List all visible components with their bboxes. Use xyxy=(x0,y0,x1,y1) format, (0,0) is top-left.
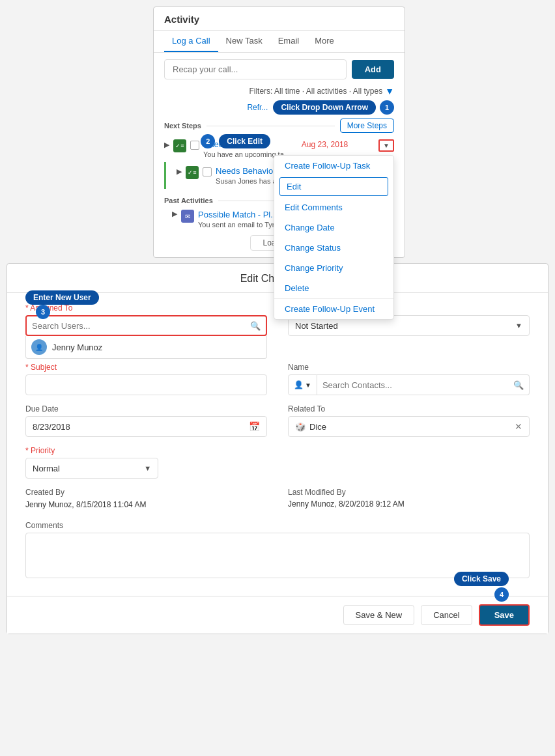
past-activities-label: Past Activities xyxy=(164,197,213,204)
enter-new-user-tooltip: Enter New User xyxy=(25,290,99,305)
form-row-2: * Subject Name 👤 ▼ 🔍 xyxy=(25,363,530,395)
contact-icon: 👤 xyxy=(294,380,304,389)
past-task-title[interactable]: Possible Match - Pl... xyxy=(198,210,278,219)
name-label: Name xyxy=(288,363,530,372)
menu-item-create-followup-event[interactable]: Create Follow-Up Event xyxy=(274,298,393,319)
related-to-value-row[interactable]: 🎲 Dice ✕ xyxy=(288,416,530,437)
next-steps-header: Next Steps More Steps xyxy=(154,116,405,135)
filters-row: Filters: All time · All activities · All… xyxy=(154,86,405,100)
save-new-button[interactable]: Save & New xyxy=(343,605,415,625)
related-to-label: Related To xyxy=(288,404,530,413)
tooltip4-num: 4 xyxy=(494,587,509,602)
tooltip1-num: 1 xyxy=(380,100,394,115)
priority-field: * Priority Normal ▼ xyxy=(25,446,267,479)
priority-label: * Priority xyxy=(25,446,267,455)
dice-icon: 🎲 xyxy=(295,422,306,432)
task-icon-1: ✓≡ xyxy=(173,139,186,152)
tab-email[interactable]: Email xyxy=(270,31,307,52)
tooltip2-num: 2 xyxy=(201,134,215,148)
form-body: * Assigned To Enter New User 3 🔍 👤 Jen xyxy=(7,293,548,596)
contact-type-btn[interactable]: 👤 ▼ xyxy=(288,374,317,395)
next-steps-label: Next Steps xyxy=(164,122,201,130)
menu-item-edit[interactable]: Edit xyxy=(279,177,388,196)
tooltip3-num: 3 xyxy=(36,305,50,319)
contact-chevron: ▼ xyxy=(305,382,311,389)
assigned-to-label: * Assigned To xyxy=(25,303,267,313)
tab-log-call[interactable]: Log a Call xyxy=(164,31,218,52)
task-checkbox-2[interactable] xyxy=(203,167,212,176)
click-dropdown-tooltip: Click Drop Down Arrow xyxy=(273,100,376,115)
menu-item-delete[interactable]: Delete xyxy=(274,278,393,298)
priority-chevron: ▼ xyxy=(144,464,151,472)
refresh-link[interactable]: Refr... xyxy=(247,103,268,112)
status-chevron: ▼ xyxy=(515,322,522,329)
expand-icon-past[interactable]: ▶ xyxy=(172,210,177,218)
search-users-input[interactable] xyxy=(32,321,248,331)
log-call-input[interactable] xyxy=(164,59,347,79)
filter-icon[interactable]: ▼ xyxy=(385,86,394,96)
priority-select[interactable]: Normal ▼ xyxy=(25,458,158,479)
form-row-4: * Priority Normal ▼ xyxy=(25,446,530,479)
name-field: Name 👤 ▼ 🔍 xyxy=(288,363,530,395)
search-contacts-icon: 🔍 xyxy=(513,380,524,390)
search-users-icon: 🔍 xyxy=(250,321,261,331)
created-by-value: Jenny Munoz, 8/15/2018 11:04 AM xyxy=(25,499,267,511)
last-modified-label: Last Modified By xyxy=(288,488,530,497)
menu-item-change-priority[interactable]: Change Priority xyxy=(274,258,393,278)
task-row-check-ears: ▶ ✓≡ Check Ears Aug 23, 2018 You have an… xyxy=(154,135,405,162)
created-by-label: Created By xyxy=(25,488,267,497)
activity-tabs: Log a Call New Task Email More xyxy=(154,31,405,53)
tab-more[interactable]: More xyxy=(307,31,342,52)
search-contacts-field[interactable]: 🔍 xyxy=(317,374,530,395)
assigned-to-field: * Assigned To Enter New User 3 🔍 👤 Jen xyxy=(25,303,267,359)
expand-icon-2[interactable]: ▶ xyxy=(177,166,182,176)
due-date-input[interactable]: 8/23/2018 📅 xyxy=(25,416,267,437)
email-icon: ✉ xyxy=(181,210,194,223)
subject-field: * Subject xyxy=(25,363,267,395)
task-checkbox-1[interactable] xyxy=(190,141,199,150)
user-suggestion-row[interactable]: 👤 Jenny Munoz xyxy=(25,336,267,359)
dropdown-arrow-button[interactable]: ▼ xyxy=(378,139,394,152)
bottom-bar: Click Save 4 Save & New Cancel Save xyxy=(7,596,548,634)
comments-label: Comments xyxy=(25,521,530,530)
log-area: Add xyxy=(154,53,405,86)
click-save-tooltip: Click Save xyxy=(454,572,509,586)
cancel-button[interactable]: Cancel xyxy=(421,605,472,625)
form-row-3: Due Date 8/23/2018 📅 Related To 🎲 Dice ✕ xyxy=(25,404,530,437)
last-modified-value: Jenny Munoz, 8/20/2018 9:12 AM xyxy=(288,499,530,509)
activity-title: Activity xyxy=(154,7,405,31)
add-button[interactable]: Add xyxy=(352,60,394,79)
last-modified-field: Last Modified By Jenny Munoz, 8/20/2018 … xyxy=(288,488,530,511)
more-steps-button[interactable]: More Steps xyxy=(340,119,394,133)
menu-item-edit-comments[interactable]: Edit Comments xyxy=(274,197,393,217)
due-date-field: Due Date 8/23/2018 📅 xyxy=(25,404,267,437)
menu-item-change-status[interactable]: Change Status xyxy=(274,238,393,258)
user-avatar: 👤 xyxy=(31,339,47,355)
menu-item-create-followup[interactable]: Create Follow-Up Task xyxy=(274,156,393,176)
dropdown-menu: Create Follow-Up Task Edit Edit Comments… xyxy=(274,155,394,320)
subject-label: * Subject xyxy=(25,363,267,372)
related-to-field: Related To 🎲 Dice ✕ xyxy=(288,404,530,437)
task-icon-2: ✓≡ xyxy=(186,166,199,179)
calendar-icon: 📅 xyxy=(249,421,260,432)
subject-input xyxy=(25,374,267,395)
save-button[interactable]: Save xyxy=(479,604,530,626)
click-edit-tooltip: Click Edit xyxy=(219,134,270,148)
user-name: Jenny Munoz xyxy=(52,343,102,352)
menu-item-change-date[interactable]: Change Date xyxy=(274,217,393,238)
related-to-clear[interactable]: ✕ xyxy=(515,421,522,432)
metadata-row: Created By Jenny Munoz, 8/15/2018 11:04 … xyxy=(25,488,530,511)
expand-icon-1[interactable]: ▶ xyxy=(164,139,169,149)
created-by-field: Created By Jenny Munoz, 8/15/2018 11:04 … xyxy=(25,488,267,511)
task-date-1: Aug 23, 2018 xyxy=(302,140,348,149)
search-contacts-input[interactable] xyxy=(322,380,511,390)
due-date-label: Due Date xyxy=(25,404,267,413)
tab-new-task[interactable]: New Task xyxy=(218,31,270,52)
activity-panel: Activity Log a Call New Task Email More … xyxy=(153,7,405,258)
